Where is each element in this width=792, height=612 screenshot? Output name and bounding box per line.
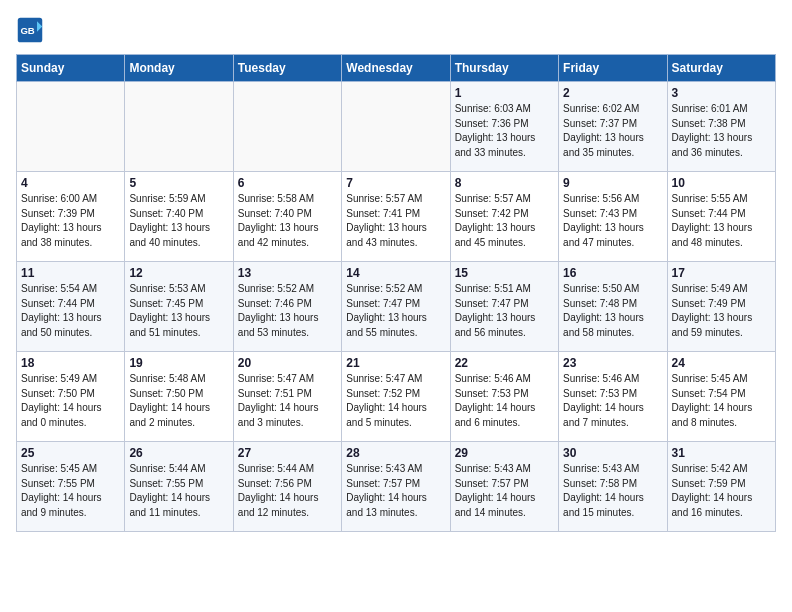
day-number: 14 — [346, 266, 445, 280]
calendar-cell: 26Sunrise: 5:44 AM Sunset: 7:55 PM Dayli… — [125, 442, 233, 532]
calendar-cell: 23Sunrise: 5:46 AM Sunset: 7:53 PM Dayli… — [559, 352, 667, 442]
day-info: Sunrise: 5:45 AM Sunset: 7:54 PM Dayligh… — [672, 372, 771, 430]
calendar-table: SundayMondayTuesdayWednesdayThursdayFrid… — [16, 54, 776, 532]
day-info: Sunrise: 5:52 AM Sunset: 7:46 PM Dayligh… — [238, 282, 337, 340]
calendar-cell: 1Sunrise: 6:03 AM Sunset: 7:36 PM Daylig… — [450, 82, 558, 172]
weekday-header: Wednesday — [342, 55, 450, 82]
calendar-week-row: 25Sunrise: 5:45 AM Sunset: 7:55 PM Dayli… — [17, 442, 776, 532]
calendar-week-row: 4Sunrise: 6:00 AM Sunset: 7:39 PM Daylig… — [17, 172, 776, 262]
day-number: 17 — [672, 266, 771, 280]
day-number: 26 — [129, 446, 228, 460]
day-info: Sunrise: 5:47 AM Sunset: 7:51 PM Dayligh… — [238, 372, 337, 430]
page-header: GB — [16, 16, 776, 44]
day-info: Sunrise: 5:43 AM Sunset: 7:58 PM Dayligh… — [563, 462, 662, 520]
weekday-header: Tuesday — [233, 55, 341, 82]
calendar-cell: 20Sunrise: 5:47 AM Sunset: 7:51 PM Dayli… — [233, 352, 341, 442]
day-info: Sunrise: 5:53 AM Sunset: 7:45 PM Dayligh… — [129, 282, 228, 340]
calendar-cell — [342, 82, 450, 172]
calendar-week-row: 11Sunrise: 5:54 AM Sunset: 7:44 PM Dayli… — [17, 262, 776, 352]
day-info: Sunrise: 5:46 AM Sunset: 7:53 PM Dayligh… — [563, 372, 662, 430]
day-number: 4 — [21, 176, 120, 190]
day-info: Sunrise: 5:59 AM Sunset: 7:40 PM Dayligh… — [129, 192, 228, 250]
calendar-cell: 16Sunrise: 5:50 AM Sunset: 7:48 PM Dayli… — [559, 262, 667, 352]
day-number: 13 — [238, 266, 337, 280]
calendar-week-row: 1Sunrise: 6:03 AM Sunset: 7:36 PM Daylig… — [17, 82, 776, 172]
day-info: Sunrise: 5:48 AM Sunset: 7:50 PM Dayligh… — [129, 372, 228, 430]
calendar-cell: 8Sunrise: 5:57 AM Sunset: 7:42 PM Daylig… — [450, 172, 558, 262]
day-number: 27 — [238, 446, 337, 460]
day-info: Sunrise: 5:54 AM Sunset: 7:44 PM Dayligh… — [21, 282, 120, 340]
day-number: 5 — [129, 176, 228, 190]
day-number: 7 — [346, 176, 445, 190]
day-info: Sunrise: 5:43 AM Sunset: 7:57 PM Dayligh… — [346, 462, 445, 520]
day-info: Sunrise: 5:49 AM Sunset: 7:49 PM Dayligh… — [672, 282, 771, 340]
calendar-cell: 2Sunrise: 6:02 AM Sunset: 7:37 PM Daylig… — [559, 82, 667, 172]
day-number: 28 — [346, 446, 445, 460]
day-info: Sunrise: 5:43 AM Sunset: 7:57 PM Dayligh… — [455, 462, 554, 520]
day-info: Sunrise: 6:01 AM Sunset: 7:38 PM Dayligh… — [672, 102, 771, 160]
calendar-cell: 18Sunrise: 5:49 AM Sunset: 7:50 PM Dayli… — [17, 352, 125, 442]
calendar-cell: 17Sunrise: 5:49 AM Sunset: 7:49 PM Dayli… — [667, 262, 775, 352]
logo-icon: GB — [16, 16, 44, 44]
day-number: 19 — [129, 356, 228, 370]
calendar-cell: 5Sunrise: 5:59 AM Sunset: 7:40 PM Daylig… — [125, 172, 233, 262]
calendar-cell: 3Sunrise: 6:01 AM Sunset: 7:38 PM Daylig… — [667, 82, 775, 172]
calendar-cell: 30Sunrise: 5:43 AM Sunset: 7:58 PM Dayli… — [559, 442, 667, 532]
day-number: 15 — [455, 266, 554, 280]
svg-text:GB: GB — [20, 25, 34, 36]
day-number: 20 — [238, 356, 337, 370]
day-number: 3 — [672, 86, 771, 100]
calendar-cell: 31Sunrise: 5:42 AM Sunset: 7:59 PM Dayli… — [667, 442, 775, 532]
day-info: Sunrise: 5:44 AM Sunset: 7:55 PM Dayligh… — [129, 462, 228, 520]
calendar-cell — [233, 82, 341, 172]
day-number: 29 — [455, 446, 554, 460]
day-number: 18 — [21, 356, 120, 370]
weekday-header: Sunday — [17, 55, 125, 82]
calendar-cell: 28Sunrise: 5:43 AM Sunset: 7:57 PM Dayli… — [342, 442, 450, 532]
calendar-cell: 13Sunrise: 5:52 AM Sunset: 7:46 PM Dayli… — [233, 262, 341, 352]
day-info: Sunrise: 5:51 AM Sunset: 7:47 PM Dayligh… — [455, 282, 554, 340]
day-number: 30 — [563, 446, 662, 460]
calendar-cell: 10Sunrise: 5:55 AM Sunset: 7:44 PM Dayli… — [667, 172, 775, 262]
calendar-cell: 12Sunrise: 5:53 AM Sunset: 7:45 PM Dayli… — [125, 262, 233, 352]
day-number: 24 — [672, 356, 771, 370]
weekday-header: Monday — [125, 55, 233, 82]
weekday-header: Thursday — [450, 55, 558, 82]
day-info: Sunrise: 5:52 AM Sunset: 7:47 PM Dayligh… — [346, 282, 445, 340]
day-number: 10 — [672, 176, 771, 190]
day-info: Sunrise: 6:00 AM Sunset: 7:39 PM Dayligh… — [21, 192, 120, 250]
calendar-cell — [17, 82, 125, 172]
weekday-header: Saturday — [667, 55, 775, 82]
calendar-cell: 22Sunrise: 5:46 AM Sunset: 7:53 PM Dayli… — [450, 352, 558, 442]
day-info: Sunrise: 5:57 AM Sunset: 7:41 PM Dayligh… — [346, 192, 445, 250]
day-info: Sunrise: 5:58 AM Sunset: 7:40 PM Dayligh… — [238, 192, 337, 250]
calendar-cell: 6Sunrise: 5:58 AM Sunset: 7:40 PM Daylig… — [233, 172, 341, 262]
day-info: Sunrise: 5:42 AM Sunset: 7:59 PM Dayligh… — [672, 462, 771, 520]
day-info: Sunrise: 5:46 AM Sunset: 7:53 PM Dayligh… — [455, 372, 554, 430]
day-number: 12 — [129, 266, 228, 280]
day-number: 31 — [672, 446, 771, 460]
calendar-cell: 9Sunrise: 5:56 AM Sunset: 7:43 PM Daylig… — [559, 172, 667, 262]
day-number: 22 — [455, 356, 554, 370]
day-info: Sunrise: 5:56 AM Sunset: 7:43 PM Dayligh… — [563, 192, 662, 250]
day-info: Sunrise: 5:50 AM Sunset: 7:48 PM Dayligh… — [563, 282, 662, 340]
day-number: 25 — [21, 446, 120, 460]
calendar-cell: 11Sunrise: 5:54 AM Sunset: 7:44 PM Dayli… — [17, 262, 125, 352]
weekday-header: Friday — [559, 55, 667, 82]
calendar-cell: 27Sunrise: 5:44 AM Sunset: 7:56 PM Dayli… — [233, 442, 341, 532]
weekday-header-row: SundayMondayTuesdayWednesdayThursdayFrid… — [17, 55, 776, 82]
logo: GB — [16, 16, 48, 44]
calendar-cell: 7Sunrise: 5:57 AM Sunset: 7:41 PM Daylig… — [342, 172, 450, 262]
day-number: 8 — [455, 176, 554, 190]
day-number: 23 — [563, 356, 662, 370]
calendar-cell: 25Sunrise: 5:45 AM Sunset: 7:55 PM Dayli… — [17, 442, 125, 532]
calendar-cell: 29Sunrise: 5:43 AM Sunset: 7:57 PM Dayli… — [450, 442, 558, 532]
day-info: Sunrise: 5:45 AM Sunset: 7:55 PM Dayligh… — [21, 462, 120, 520]
day-info: Sunrise: 5:55 AM Sunset: 7:44 PM Dayligh… — [672, 192, 771, 250]
day-info: Sunrise: 5:44 AM Sunset: 7:56 PM Dayligh… — [238, 462, 337, 520]
calendar-cell: 4Sunrise: 6:00 AM Sunset: 7:39 PM Daylig… — [17, 172, 125, 262]
calendar-week-row: 18Sunrise: 5:49 AM Sunset: 7:50 PM Dayli… — [17, 352, 776, 442]
day-number: 2 — [563, 86, 662, 100]
day-number: 1 — [455, 86, 554, 100]
day-info: Sunrise: 5:47 AM Sunset: 7:52 PM Dayligh… — [346, 372, 445, 430]
